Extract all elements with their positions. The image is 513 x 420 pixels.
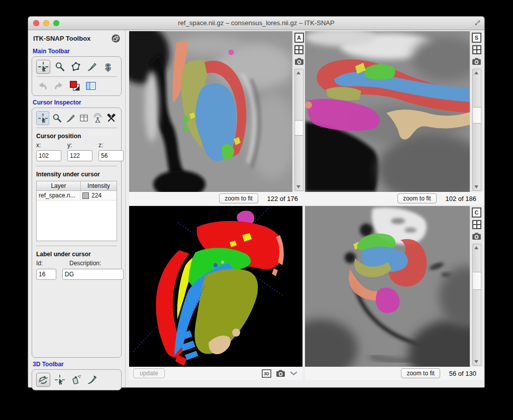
scroll-up-arrow[interactable] bbox=[474, 71, 478, 74]
inspector-tab-paint[interactable] bbox=[64, 112, 76, 125]
coronal-bottom-bar: zoom to fit 56 of 130 bbox=[305, 367, 483, 380]
toolbox-title: ITK-SNAP Toolbox bbox=[33, 35, 90, 42]
detach-panel-button[interactable] bbox=[112, 34, 120, 43]
sagittal-scrollbar-thumb[interactable] bbox=[473, 107, 481, 124]
camera-icon bbox=[294, 58, 304, 65]
sagittal-view-canvas[interactable] bbox=[305, 31, 470, 192]
coronal-layout-button[interactable] bbox=[472, 220, 481, 229]
crosshair-icon bbox=[38, 113, 48, 124]
intensity-col-intensity[interactable]: Intensity bbox=[81, 181, 117, 190]
scroll-down-arrow[interactable] bbox=[296, 185, 300, 188]
sagittal-screenshot-button[interactable] bbox=[472, 57, 481, 66]
layer-name: ref_space.n... bbox=[37, 191, 80, 200]
3d-crosshair-tool-button[interactable] bbox=[53, 373, 66, 386]
render3d-update-button[interactable]: update bbox=[133, 368, 165, 378]
paintbrush-tool-button[interactable] bbox=[85, 60, 98, 73]
scroll-up-arrow[interactable] bbox=[474, 246, 478, 249]
cursor-y-input[interactable] bbox=[67, 150, 92, 161]
label-description-input[interactable] bbox=[62, 269, 124, 280]
redo-button[interactable] bbox=[52, 79, 65, 92]
inspector-tab-cursor[interactable] bbox=[36, 111, 49, 125]
svg-text:$: $ bbox=[106, 62, 111, 72]
render3d-image bbox=[129, 206, 302, 367]
toolbox-panel: ITK-SNAP Toolbox Main Toolbar bbox=[28, 30, 126, 387]
render3d-screenshot-button[interactable] bbox=[276, 370, 285, 377]
rotate-3d-icon bbox=[38, 374, 49, 385]
coronal-view-canvas[interactable] bbox=[305, 206, 470, 367]
coronal-scrollbar[interactable] bbox=[472, 244, 481, 366]
axial-view-button[interactable]: A bbox=[294, 33, 304, 42]
scroll-up-arrow[interactable] bbox=[296, 71, 300, 74]
sagittal-bottom-bar: zoom to fit 102 of 186 bbox=[305, 192, 483, 205]
3d-rotate-tool-button[interactable] bbox=[36, 373, 50, 387]
coronal-screenshot-button[interactable] bbox=[472, 232, 481, 241]
table-icon bbox=[79, 113, 89, 123]
axial-scrollbar-thumb[interactable] bbox=[295, 120, 303, 136]
seg-region-pink bbox=[229, 50, 234, 55]
inspector-tab-tools[interactable] bbox=[105, 112, 117, 125]
sagittal-control-strip: S bbox=[470, 31, 483, 192]
cursor-x-input[interactable] bbox=[36, 150, 61, 161]
cursor-position-heading: Cursor position bbox=[36, 133, 117, 140]
layout-grid-icon bbox=[472, 45, 481, 54]
axial-bottom-bar: zoom to fit 122 of 176 bbox=[129, 192, 305, 205]
paintbrush-icon bbox=[86, 61, 97, 72]
axial-layout-button[interactable] bbox=[294, 45, 304, 54]
axial-view-canvas[interactable] bbox=[129, 31, 292, 192]
coronal-view-button[interactable]: C bbox=[472, 207, 481, 217]
intensity-col-layer[interactable]: Layer bbox=[37, 181, 81, 190]
coronal-control-strip: C bbox=[470, 206, 483, 367]
resize-icon[interactable] bbox=[474, 19, 481, 27]
polygon-icon bbox=[70, 61, 81, 72]
coronal-letter: C bbox=[472, 207, 481, 218]
polygon-tool-button[interactable] bbox=[69, 60, 82, 73]
3d-spray-tool-button[interactable] bbox=[69, 373, 82, 386]
undo-icon bbox=[37, 80, 48, 91]
active-label-icon bbox=[69, 80, 80, 91]
axial-scrollbar[interactable] bbox=[294, 69, 303, 191]
undo-button[interactable] bbox=[36, 79, 49, 92]
layer-inspector-button[interactable] bbox=[84, 79, 97, 92]
sagittal-slice-indicator: 102 of 186 bbox=[446, 195, 476, 202]
scroll-down-arrow[interactable] bbox=[474, 360, 478, 363]
layout-grid-icon bbox=[472, 220, 481, 229]
render3d-bottom-bar: update 3D bbox=[129, 367, 302, 380]
label-under-cursor-heading: Label under cursor bbox=[36, 251, 117, 258]
scroll-down-arrow[interactable] bbox=[474, 185, 478, 188]
crosshair-tool-button[interactable] bbox=[36, 60, 50, 74]
axial-screenshot-button[interactable] bbox=[294, 57, 304, 66]
zoom-tool-button[interactable] bbox=[53, 60, 66, 73]
sagittal-zoom-to-fit-button[interactable]: zoom to fit bbox=[397, 193, 436, 203]
render3d-view-canvas[interactable] bbox=[129, 206, 302, 367]
camera-icon bbox=[472, 233, 481, 240]
inspector-tab-table[interactable] bbox=[78, 112, 90, 125]
inspector-tab-registration[interactable] bbox=[91, 112, 104, 125]
sagittal-layout-button[interactable] bbox=[472, 45, 481, 54]
snake-tool-button[interactable]: $ bbox=[101, 60, 115, 73]
intensity-table-empty bbox=[37, 200, 117, 241]
active-label-button[interactable] bbox=[68, 79, 81, 92]
app-window: ref_space.nii.gz – consensus_lores.nii.g… bbox=[28, 16, 485, 388]
inspector-tab-zoom[interactable] bbox=[51, 112, 63, 125]
main-toolbar-group: $ bbox=[32, 56, 122, 96]
main-toolbar-label: Main Toolbar bbox=[33, 48, 125, 55]
axial-zoom-to-fit-button[interactable]: zoom to fit bbox=[219, 193, 258, 203]
sagittal-view-button[interactable]: S bbox=[472, 33, 481, 42]
3d-mode-icon[interactable]: 3D bbox=[262, 369, 271, 378]
sagittal-mri-image bbox=[305, 31, 470, 192]
label-id-input[interactable] bbox=[36, 269, 56, 280]
expand-panel-chevron-icon[interactable] bbox=[290, 371, 297, 376]
z-label: z: bbox=[98, 142, 124, 149]
3d-scalpel-tool-button[interactable] bbox=[85, 373, 98, 386]
intensity-table-row[interactable]: ref_space.n... 224 bbox=[37, 191, 117, 200]
cursor-z-input[interactable] bbox=[98, 150, 124, 161]
axial-letter: A bbox=[294, 33, 304, 43]
camera-icon bbox=[472, 58, 481, 65]
desktop: ref_space.nii.gz – consensus_lores.nii.g… bbox=[0, 0, 513, 420]
description-label: Description: bbox=[69, 260, 101, 267]
sagittal-scrollbar[interactable] bbox=[472, 69, 481, 191]
axial-control-strip: A bbox=[292, 31, 305, 192]
titlebar[interactable]: ref_space.nii.gz – consensus_lores.nii.g… bbox=[28, 17, 484, 30]
coronal-scrollbar-thumb[interactable] bbox=[473, 272, 481, 290]
coronal-zoom-to-fit-button[interactable]: zoom to fit bbox=[401, 368, 440, 378]
